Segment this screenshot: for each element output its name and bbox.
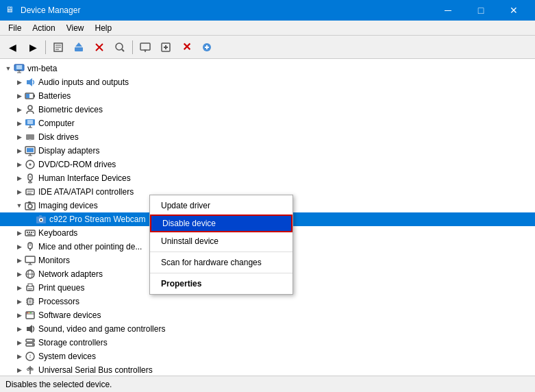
dvd-label: DVD/CD-ROM drives: [38, 160, 116, 169]
root-label: vm-beta: [27, 64, 57, 73]
svg-point-29: [28, 106, 32, 110]
sound-icon: [25, 323, 36, 334]
ctx-separator-1: [150, 252, 293, 252]
svg-point-55: [40, 219, 42, 221]
svg-rect-28: [26, 94, 29, 98]
tree-batteries[interactable]: ▶ Batteries: [0, 89, 535, 103]
imaging-icon: [25, 200, 36, 211]
expand-icon-processors: ▶: [14, 296, 25, 307]
tree-disk[interactable]: ▶ Disk drives: [0, 130, 535, 144]
minimize-button[interactable]: ─: [432, 0, 464, 21]
svg-point-100: [27, 369, 29, 371]
monitor-button[interactable]: [136, 38, 155, 57]
ctx-separator-2: [150, 273, 293, 273]
ctx-uninstall-device[interactable]: Uninstall device: [150, 232, 293, 250]
expand-icon-batteries: ▶: [14, 90, 25, 101]
software-icon: [25, 310, 36, 321]
scan-button[interactable]: [110, 38, 129, 57]
add-button[interactable]: [197, 38, 216, 57]
imaging-label: Imaging devices: [38, 201, 98, 210]
svg-point-35: [29, 139, 32, 140]
menu-bar: File Action View Help: [0, 21, 535, 36]
tree-processors[interactable]: ▶ Processors: [0, 295, 535, 308]
svg-rect-74: [28, 289, 32, 289]
svg-rect-10: [140, 43, 150, 50]
svg-rect-56: [39, 215, 42, 217]
device-button[interactable]: [156, 38, 175, 57]
menu-file[interactable]: File: [3, 22, 27, 34]
tree-root[interactable]: ▼ vm-beta: [0, 62, 535, 75]
toolbar-sep-1: [45, 40, 46, 54]
svg-rect-75: [28, 290, 31, 291]
properties-button[interactable]: [49, 38, 68, 57]
tree-biometric[interactable]: ▶ Biometric devices: [0, 103, 535, 117]
ctx-disable-device[interactable]: Disable device: [150, 215, 293, 232]
disk-icon: [25, 132, 36, 143]
svg-rect-37: [27, 148, 34, 152]
audio-icon: [25, 77, 36, 88]
menu-action[interactable]: Action: [27, 22, 60, 34]
expand-icon-hid: ▶: [14, 173, 25, 184]
tree-computer[interactable]: ▶ Computer: [0, 117, 535, 130]
tree-display[interactable]: ▶ Display adapters: [0, 144, 535, 158]
window-title: Device Manager: [21, 5, 80, 15]
svg-point-89: [29, 313, 30, 314]
svg-line-9: [122, 49, 124, 51]
uninstall-button[interactable]: [90, 38, 109, 57]
svg-marker-5: [75, 42, 82, 47]
ctx-scan-hardware[interactable]: Scan for hardware changes: [150, 254, 293, 271]
tree-storage[interactable]: ▶ Storage controllers: [0, 336, 535, 350]
tree-dvd[interactable]: ▶ DVD/CD-ROM drives: [0, 158, 535, 171]
software-label: Software devices: [38, 310, 101, 320]
processors-label: Processors: [38, 297, 79, 306]
back-button[interactable]: ◀: [3, 38, 22, 57]
tree-sound[interactable]: ▶ Sound, video and game controllers: [0, 322, 535, 336]
tree-system[interactable]: ▶ System devices: [0, 350, 535, 363]
expand-icon-network: ▶: [14, 269, 25, 280]
update-driver-button[interactable]: [69, 38, 88, 57]
forward-button[interactable]: ▶: [23, 38, 42, 57]
maximize-button[interactable]: □: [465, 0, 497, 21]
app-icon: 🖥: [5, 5, 16, 16]
webcam-icon: [36, 214, 47, 225]
ctx-properties[interactable]: Properties: [150, 275, 293, 293]
close-button[interactable]: ✕: [498, 0, 530, 21]
menu-help[interactable]: Help: [90, 22, 118, 34]
tree-usb[interactable]: ▶ Universal Serial Bus controllers: [0, 363, 535, 376]
print-label: Print queues: [38, 283, 84, 293]
svg-point-42: [29, 164, 31, 165]
remove-button[interactable]: ✕: [177, 38, 196, 57]
batteries-label: Batteries: [38, 91, 71, 101]
window-controls: ─ □ ✕: [432, 0, 530, 21]
status-bar: Disables the selected device.: [0, 376, 535, 392]
svg-rect-62: [27, 234, 32, 235]
svg-point-88: [27, 313, 28, 314]
biometric-icon: [25, 104, 36, 115]
mice-label: Mice and other pointing de...: [38, 242, 142, 252]
expand-icon-mice: ▶: [14, 241, 25, 252]
expand-icon-imaging: ▼: [14, 200, 25, 211]
svg-point-95: [32, 344, 34, 345]
tree-hid[interactable]: ▶ Human Interface Devices: [0, 171, 535, 185]
computer-icon: [14, 63, 25, 74]
storage-icon: [25, 337, 36, 348]
ctx-update-driver[interactable]: Update driver: [150, 197, 293, 215]
network-icon: [25, 269, 36, 280]
expand-icon-storage: ▶: [14, 337, 25, 348]
network-label: Network adapters: [38, 269, 103, 279]
hid-icon: [25, 173, 36, 184]
expand-icon-ide: ▶: [14, 186, 25, 197]
svg-marker-91: [27, 325, 32, 333]
toolbar: ◀ ▶ ✕: [0, 36, 535, 59]
menu-view[interactable]: View: [61, 22, 90, 34]
tree-software[interactable]: ▶ Software devices: [0, 308, 535, 322]
comp-icon: [25, 118, 36, 129]
battery-icon: [25, 90, 36, 101]
processor-icon: [25, 296, 36, 307]
system-icon: [25, 351, 36, 362]
expand-icon-software: ▶: [14, 310, 25, 321]
svg-rect-61: [33, 232, 34, 233]
expand-icon-display: ▶: [14, 145, 25, 156]
storage-label: Storage controllers: [38, 338, 108, 347]
tree-audio[interactable]: ▶ Audio inputs and outputs: [0, 75, 535, 89]
